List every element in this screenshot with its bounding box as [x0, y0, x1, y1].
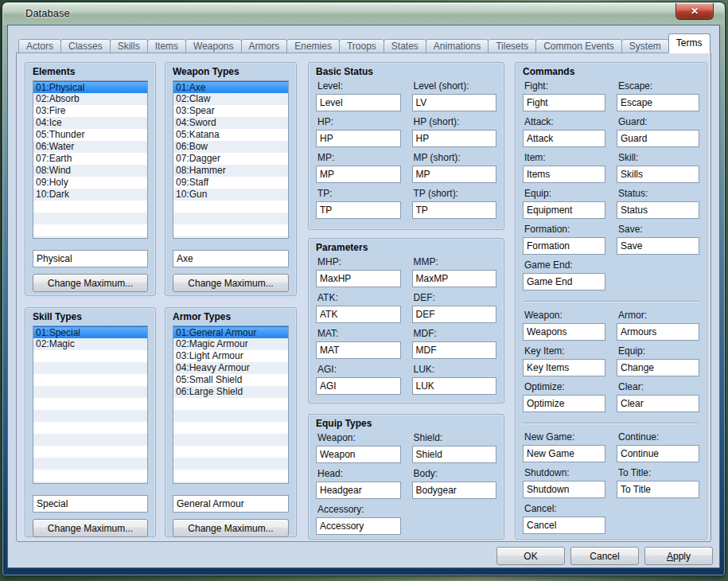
weapon-input[interactable]	[523, 323, 605, 341]
cancel-button[interactable]: Cancel	[570, 547, 639, 565]
armor-types-name-input[interactable]	[173, 495, 289, 513]
list-item-01-special[interactable]: 01:Special	[33, 326, 147, 338]
mdf-input[interactable]	[412, 341, 497, 359]
hp-input[interactable]	[316, 130, 401, 147]
list-item-07-dagger[interactable]: 07:Dagger	[173, 153, 288, 165]
list-item-04-heavy-armour[interactable]: 04:Heavy Armour	[173, 362, 288, 374]
mp-short-input[interactable]	[412, 166, 497, 183]
guard-input[interactable]	[617, 130, 699, 147]
head-input[interactable]	[316, 482, 401, 499]
attack-input[interactable]	[523, 130, 605, 147]
mat-input[interactable]	[316, 341, 401, 359]
list-item-04-sword[interactable]: 04:Sword	[173, 117, 288, 129]
elements-change-maximum-button[interactable]: Change Maximum...	[33, 274, 148, 292]
shutdown-input[interactable]	[523, 481, 605, 498]
title-bar[interactable]: Database ✕	[3, 3, 724, 25]
elements-list[interactable]: 01:Physical02:Absorb03:Fire04:Ice05:Thun…	[33, 80, 148, 239]
new-game-input[interactable]	[523, 445, 605, 462]
formation-input[interactable]	[523, 237, 605, 255]
level-input[interactable]	[316, 94, 401, 111]
tab-troops[interactable]: Troops	[339, 39, 384, 53]
list-item-03-light-armour[interactable]: 03:Light Armour	[173, 350, 288, 362]
tab-skills[interactable]: Skills	[110, 39, 148, 53]
skill-input[interactable]	[617, 166, 699, 183]
key-item-input[interactable]	[523, 359, 605, 376]
clear-input[interactable]	[617, 395, 699, 412]
skill-types-change-maximum-button[interactable]: Change Maximum...	[33, 519, 148, 537]
tab-weapons[interactable]: Weapons	[185, 39, 241, 53]
list-item-02-magic[interactable]: 02:Magic	[33, 338, 147, 350]
list-item-06-large-shield[interactable]: 06:Large Shield	[173, 386, 288, 398]
level-short-input[interactable]	[412, 94, 497, 111]
list-item-02-magic-armour[interactable]: 02:Magic Armour	[173, 338, 288, 350]
tab-common-events[interactable]: Common Events	[535, 39, 622, 53]
close-button[interactable]: ✕	[675, 3, 714, 20]
shield-input[interactable]	[412, 446, 497, 463]
optimize-input[interactable]	[523, 395, 605, 412]
escape-input[interactable]	[617, 94, 699, 111]
luk-input[interactable]	[412, 377, 497, 395]
atk-input[interactable]	[316, 306, 401, 323]
list-item-01-general-armour[interactable]: 01:General Armour	[173, 326, 288, 338]
list-item-09-staff[interactable]: 09:Staff	[173, 177, 288, 189]
list-item-01-axe[interactable]: 01:Axe	[173, 81, 288, 93]
list-item-05-small-shield[interactable]: 05:Small Shield	[173, 374, 288, 386]
apply-button[interactable]: Apply	[644, 547, 713, 565]
save-input[interactable]	[617, 237, 699, 255]
skill-types-list[interactable]: 01:Special02:Magic	[33, 326, 148, 484]
list-item-08-hammer[interactable]: 08:Hammer	[173, 165, 288, 177]
equip-input[interactable]	[523, 201, 605, 219]
body-input[interactable]	[412, 482, 497, 499]
mhp-input[interactable]	[316, 270, 401, 287]
elements-name-input[interactable]	[33, 250, 148, 267]
tp-input[interactable]	[316, 201, 401, 219]
tab-actors[interactable]: Actors	[18, 39, 61, 53]
list-item-09-holy[interactable]: 09:Holy	[33, 177, 147, 189]
tab-system[interactable]: System	[621, 39, 669, 53]
list-item-10-dark[interactable]: 10:Dark	[33, 189, 147, 201]
weapon-types-list[interactable]: 01:Axe02:Claw03:Spear04:Sword05:Katana06…	[173, 80, 289, 239]
status-input[interactable]	[617, 201, 699, 219]
tab-terms[interactable]: Terms	[668, 33, 710, 53]
tab-armors[interactable]: Armors	[241, 39, 288, 53]
list-item-02-claw[interactable]: 02:Claw	[173, 93, 288, 105]
list-item-08-wind[interactable]: 08:Wind	[33, 165, 147, 177]
tab-enemies[interactable]: Enemies	[286, 39, 340, 53]
list-item-10-gun[interactable]: 10:Gun	[173, 189, 288, 201]
list-item-05-katana[interactable]: 05:Katana	[173, 129, 288, 141]
list-item-06-bow[interactable]: 06:Bow	[173, 141, 288, 153]
def-input[interactable]	[412, 306, 497, 323]
ok-button[interactable]: OK	[496, 547, 565, 565]
hp-short-input[interactable]	[412, 130, 497, 147]
list-item-05-thunder[interactable]: 05:Thunder	[33, 129, 147, 141]
skill-types-name-input[interactable]	[33, 495, 148, 513]
weapon-types-change-maximum-button[interactable]: Change Maximum...	[173, 274, 289, 292]
accessory-input[interactable]	[316, 517, 401, 535]
to-title-input[interactable]	[617, 481, 699, 498]
weapon-types-name-input[interactable]	[173, 250, 289, 267]
list-item-01-physical[interactable]: 01:Physical	[33, 81, 147, 93]
armor-types-change-maximum-button[interactable]: Change Maximum...	[173, 519, 289, 537]
armor-input[interactable]	[617, 323, 699, 341]
list-item-03-fire[interactable]: 03:Fire	[33, 105, 147, 117]
tab-classes[interactable]: Classes	[60, 39, 111, 53]
continue-input[interactable]	[617, 445, 699, 462]
equip-input[interactable]	[617, 359, 699, 376]
tp-short-input[interactable]	[412, 201, 497, 219]
game-end-input[interactable]	[523, 273, 605, 290]
tab-items[interactable]: Items	[147, 39, 186, 53]
armor-types-list[interactable]: 01:General Armour02:Magic Armour03:Light…	[173, 326, 289, 484]
cancel-input[interactable]	[523, 517, 605, 534]
tab-tilesets[interactable]: Tilesets	[488, 39, 536, 53]
list-item-03-spear[interactable]: 03:Spear	[173, 105, 288, 117]
list-item-06-water[interactable]: 06:Water	[33, 141, 147, 153]
mmp-input[interactable]	[412, 270, 497, 287]
list-item-02-absorb[interactable]: 02:Absorb	[33, 93, 147, 105]
fight-input[interactable]	[523, 94, 605, 111]
mp-input[interactable]	[316, 166, 401, 183]
list-item-04-ice[interactable]: 04:Ice	[33, 117, 147, 129]
tab-states[interactable]: States	[383, 39, 426, 53]
tab-animations[interactable]: Animations	[426, 39, 489, 53]
item-input[interactable]	[523, 166, 605, 183]
agi-input[interactable]	[316, 377, 401, 395]
